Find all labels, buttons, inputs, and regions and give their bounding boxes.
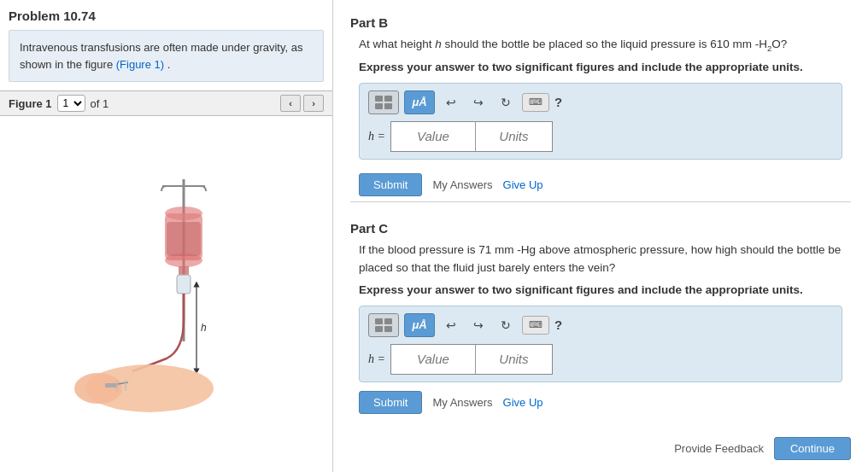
part-c-value-input[interactable]: [390, 344, 476, 375]
part-c-submit-button[interactable]: Submit: [359, 391, 422, 414]
toolbar-matrix-btn[interactable]: [368, 90, 399, 114]
svg-rect-17: [375, 96, 383, 102]
part-c-h-label: h =: [368, 353, 385, 366]
part-c-action-row: Submit My Answers Give Up: [350, 391, 851, 414]
part-c-toolbar-matrix-btn[interactable]: [368, 313, 399, 337]
part-c-my-answers-link[interactable]: My Answers: [432, 396, 492, 409]
svg-rect-19: [375, 103, 383, 109]
part-b-action-row: Submit My Answers Give Up: [350, 173, 851, 196]
part-b-my-answers-link[interactable]: My Answers: [432, 178, 492, 191]
part-c-toolbar-undo-btn[interactable]: ↩: [440, 314, 462, 336]
part-c-toolbar-keyboard-icon: ⌨: [522, 316, 549, 335]
matrix-icon: [374, 95, 393, 110]
figure-of: of 1: [91, 97, 109, 110]
toolbar-redo-btn[interactable]: ↪: [467, 91, 490, 114]
left-panel: Problem 10.74 Intravenous transfusions a…: [0, 0, 333, 472]
part-c-question: If the blood pressure is 71 mm ‑Hg above…: [350, 241, 851, 277]
toolbar-help-btn[interactable]: ?: [554, 95, 562, 109]
figure-nav-group: ‹ ›: [280, 95, 324, 112]
part-c-toolbar-mu-btn[interactable]: μÅ: [404, 313, 435, 337]
svg-rect-20: [384, 103, 392, 109]
toolbar-keyboard-icon: ⌨: [522, 93, 549, 112]
toolbar-mu-btn[interactable]: μÅ: [404, 90, 435, 114]
bottom-bar: Provide Feedback Continue: [350, 430, 851, 463]
part-c-units-input[interactable]: [476, 344, 553, 375]
toolbar-undo-btn[interactable]: ↩: [440, 91, 462, 114]
svg-rect-24: [384, 326, 392, 332]
part-b-give-up-link[interactable]: Give Up: [503, 178, 543, 191]
svg-rect-6: [179, 266, 189, 275]
part-b-submit-button[interactable]: Submit: [359, 173, 422, 196]
part-b-toolbar: μÅ ↩ ↪ ↻ ⌨ ?: [368, 90, 833, 114]
figure-prev-button[interactable]: ‹: [280, 95, 301, 112]
svg-rect-23: [375, 326, 383, 332]
part-c-toolbar-refresh-btn[interactable]: ↻: [495, 314, 517, 336]
toolbar-refresh-btn[interactable]: ↻: [495, 91, 517, 114]
figure-controls: Figure 1 1 of 1 ‹ ›: [0, 90, 332, 116]
figure-label: Figure 1: [9, 97, 52, 110]
part-c-input-row: h =: [368, 344, 833, 375]
svg-rect-14: [105, 383, 117, 388]
matrix-icon-c: [374, 318, 393, 333]
svg-rect-18: [384, 96, 392, 102]
part-b-value-input[interactable]: [390, 121, 476, 152]
part-b-header: Part B: [350, 9, 851, 35]
svg-point-12: [74, 373, 122, 404]
part-b-instruction: Express your answer to two significant f…: [350, 60, 851, 76]
part-c-section: Part C If the blood pressure is 71 mm ‑H…: [350, 214, 851, 414]
figure-illustration: h: [73, 171, 261, 418]
part-c-give-up-link[interactable]: Give Up: [503, 396, 543, 409]
problem-description: Intravenous transfusions are often made …: [9, 30, 324, 82]
part-b-question: At what height h should the bottle be pl…: [350, 35, 851, 55]
figure-select[interactable]: 1: [57, 95, 85, 112]
figure-link[interactable]: (Figure 1): [116, 58, 164, 71]
svg-rect-7: [177, 275, 191, 294]
figure-container: h: [0, 116, 332, 472]
provide-feedback-link[interactable]: Provide Feedback: [674, 442, 764, 455]
part-b-h-label: h =: [368, 130, 385, 143]
right-panel: Part B At what height h should the bottl…: [333, 0, 868, 472]
problem-title: Problem 10.74: [0, 9, 332, 30]
part-c-answer-box: μÅ ↩ ↪ ↻ ⌨ ? h =: [359, 306, 842, 382]
part-b-units-input[interactable]: [476, 121, 553, 152]
part-c-toolbar-redo-btn[interactable]: ↪: [467, 314, 490, 336]
part-c-toolbar: μÅ ↩ ↪ ↻ ⌨ ?: [368, 313, 833, 337]
part-c-header: Part C: [350, 214, 851, 241]
separator-b-c: [350, 201, 851, 202]
part-b-answer-box: μÅ ↩ ↪ ↻ ⌨ ? h =: [359, 83, 842, 160]
part-b-input-row: h =: [368, 121, 833, 152]
continue-button[interactable]: Continue: [774, 437, 851, 460]
part-c-toolbar-help-btn[interactable]: ?: [554, 318, 562, 332]
svg-rect-21: [375, 318, 383, 324]
figure-next-button[interactable]: ›: [303, 95, 324, 112]
svg-text:h: h: [201, 322, 207, 334]
svg-rect-22: [384, 318, 392, 324]
part-c-instruction: Express your answer to two significant f…: [350, 283, 851, 299]
svg-rect-5: [167, 222, 201, 256]
